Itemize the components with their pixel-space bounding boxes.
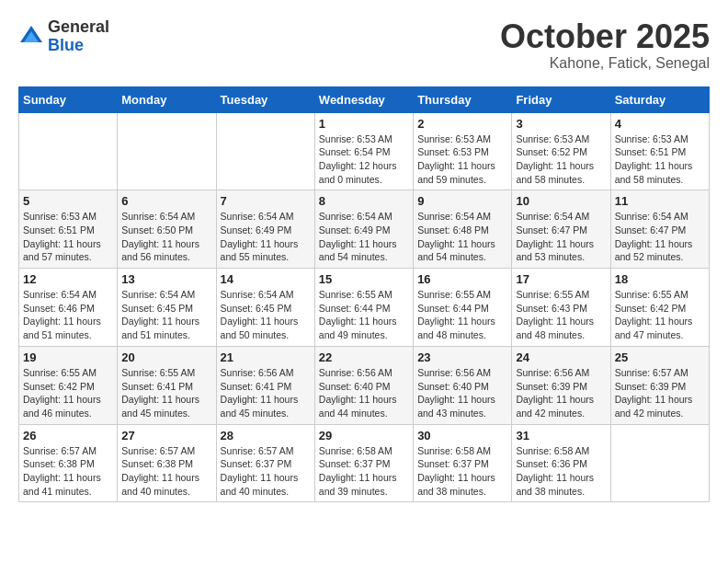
day-info-line: Sunset: 6:47 PM xyxy=(516,224,587,236)
day-info-line: Sunset: 6:40 PM xyxy=(319,381,391,392)
day-info: Sunrise: 6:54 AMSunset: 6:47 PMDaylight:… xyxy=(615,210,705,264)
day-number: 30 xyxy=(417,429,507,442)
calendar-header-row: SundayMondayTuesdayWednesdayThursdayFrid… xyxy=(19,86,710,112)
logo: General Blue xyxy=(18,18,109,55)
calendar-day-cell: 15Sunrise: 6:55 AMSunset: 6:44 PMDayligh… xyxy=(314,269,413,347)
day-number: 17 xyxy=(516,272,606,286)
calendar-day-cell: 23Sunrise: 6:56 AMSunset: 6:40 PMDayligh… xyxy=(414,346,512,424)
day-number: 8 xyxy=(319,194,409,208)
day-info-line: and 48 minutes. xyxy=(417,329,486,340)
day-info-line: Daylight: 11 hours xyxy=(319,472,397,483)
day-info: Sunrise: 6:54 AMSunset: 6:47 PMDaylight:… xyxy=(516,210,606,264)
day-number: 13 xyxy=(121,272,211,286)
day-info-line: Sunrise: 6:57 AM xyxy=(23,445,97,456)
day-info: Sunrise: 6:54 AMSunset: 6:49 PMDaylight:… xyxy=(319,210,409,264)
day-info-line: Daylight: 11 hours xyxy=(516,316,594,327)
day-of-week-header: Wednesday xyxy=(314,86,413,112)
day-info-line: Sunrise: 6:55 AM xyxy=(319,289,392,300)
day-number: 6 xyxy=(121,194,211,208)
day-number: 28 xyxy=(221,429,311,442)
day-of-week-header: Sunday xyxy=(19,86,118,112)
day-info-line: Daylight: 11 hours xyxy=(121,238,199,249)
day-info-line: Sunrise: 6:55 AM xyxy=(121,367,195,378)
logo-text: General Blue xyxy=(48,18,109,55)
day-info-line: Daylight: 11 hours xyxy=(121,472,199,483)
day-number: 29 xyxy=(319,429,409,442)
day-info-line: Daylight: 11 hours xyxy=(121,394,199,405)
day-info-line: Sunset: 6:45 PM xyxy=(221,303,292,314)
day-info-line: Sunset: 6:36 PM xyxy=(516,458,587,469)
day-info-line: and 0 minutes. xyxy=(319,174,382,185)
day-info: Sunrise: 6:54 AMSunset: 6:50 PMDaylight:… xyxy=(121,210,211,264)
day-info-line: Daylight: 11 hours xyxy=(417,160,495,171)
calendar-day-cell xyxy=(216,112,314,190)
day-info-line: Sunset: 6:37 PM xyxy=(319,458,391,469)
day-info-line: Sunset: 6:54 PM xyxy=(319,146,391,157)
calendar-day-cell xyxy=(610,424,709,502)
day-info-line: and 53 minutes. xyxy=(516,251,585,262)
day-info: Sunrise: 6:57 AMSunset: 6:38 PMDaylight:… xyxy=(23,444,113,499)
day-info-line: Sunrise: 6:53 AM xyxy=(615,133,688,144)
day-info-line: Sunrise: 6:57 AM xyxy=(121,445,195,456)
day-info-line: and 57 minutes. xyxy=(23,251,92,262)
day-info-line: Sunset: 6:38 PM xyxy=(121,458,193,469)
day-info-line: Sunrise: 6:54 AM xyxy=(319,211,392,222)
day-info-line: Daylight: 11 hours xyxy=(615,316,693,327)
day-info-line: Sunrise: 6:54 AM xyxy=(23,289,97,300)
day-info: Sunrise: 6:54 AMSunset: 6:45 PMDaylight:… xyxy=(221,288,311,342)
day-number: 19 xyxy=(23,350,113,364)
calendar-week-row: 5Sunrise: 6:53 AMSunset: 6:51 PMDaylight… xyxy=(19,190,710,269)
day-info-line: and 50 minutes. xyxy=(221,329,290,340)
day-info-line: Daylight: 11 hours xyxy=(221,472,299,483)
day-info-line: Sunrise: 6:53 AM xyxy=(23,211,97,222)
calendar-day-cell: 21Sunrise: 6:56 AMSunset: 6:41 PMDayligh… xyxy=(216,346,314,424)
calendar-day-cell: 5Sunrise: 6:53 AMSunset: 6:51 PMDaylight… xyxy=(19,190,118,269)
day-info-line: Sunrise: 6:55 AM xyxy=(615,289,688,300)
day-info: Sunrise: 6:54 AMSunset: 6:49 PMDaylight:… xyxy=(221,210,311,264)
day-info-line: Daylight: 12 hours xyxy=(319,160,397,171)
day-info-line: Sunrise: 6:54 AM xyxy=(516,211,589,222)
day-info-line: Daylight: 11 hours xyxy=(417,316,495,327)
day-info-line: Sunrise: 6:58 AM xyxy=(319,445,392,456)
day-info-line: Sunset: 6:51 PM xyxy=(23,224,95,236)
day-info: Sunrise: 6:56 AMSunset: 6:41 PMDaylight:… xyxy=(221,366,311,420)
day-number: 9 xyxy=(417,194,507,208)
day-info-line: Daylight: 11 hours xyxy=(23,316,101,327)
calendar-day-cell: 2Sunrise: 6:53 AMSunset: 6:53 PMDaylight… xyxy=(414,112,512,190)
day-info-line: Sunrise: 6:53 AM xyxy=(417,133,491,144)
day-info-line: Sunset: 6:37 PM xyxy=(221,458,292,469)
day-of-week-header: Monday xyxy=(118,86,216,112)
day-info-line: Daylight: 11 hours xyxy=(417,472,495,483)
day-info-line: Sunrise: 6:54 AM xyxy=(417,211,491,222)
day-info-line: Daylight: 11 hours xyxy=(221,316,299,327)
month-title: October 2025 xyxy=(500,18,710,55)
day-info: Sunrise: 6:55 AMSunset: 6:41 PMDaylight:… xyxy=(121,366,211,420)
day-info-line: Sunset: 6:43 PM xyxy=(516,303,587,314)
location-subtitle: Kahone, Fatick, Senegal xyxy=(500,55,710,72)
day-of-week-header: Saturday xyxy=(610,86,709,112)
day-of-week-header: Thursday xyxy=(414,86,512,112)
day-info: Sunrise: 6:56 AMSunset: 6:40 PMDaylight:… xyxy=(417,366,507,420)
day-info-line: Sunrise: 6:57 AM xyxy=(221,445,294,456)
day-info: Sunrise: 6:54 AMSunset: 6:45 PMDaylight:… xyxy=(121,288,211,342)
day-info: Sunrise: 6:58 AMSunset: 6:36 PMDaylight:… xyxy=(516,444,606,499)
day-info-line: Sunset: 6:42 PM xyxy=(23,381,95,392)
day-info-line: and 55 minutes. xyxy=(221,251,290,262)
day-info-line: Daylight: 11 hours xyxy=(23,394,101,405)
calendar-day-cell: 24Sunrise: 6:56 AMSunset: 6:39 PMDayligh… xyxy=(512,346,610,424)
day-info-line: and 54 minutes. xyxy=(319,251,388,262)
day-info-line: Sunrise: 6:56 AM xyxy=(516,367,589,378)
calendar-day-cell: 4Sunrise: 6:53 AMSunset: 6:51 PMDaylight… xyxy=(610,112,709,190)
day-info-line: and 58 minutes. xyxy=(516,174,585,185)
calendar-day-cell: 17Sunrise: 6:55 AMSunset: 6:43 PMDayligh… xyxy=(512,269,610,347)
day-info: Sunrise: 6:57 AMSunset: 6:38 PMDaylight:… xyxy=(121,444,211,499)
day-info-line: Daylight: 11 hours xyxy=(516,160,594,171)
day-info-line: Daylight: 11 hours xyxy=(615,160,693,171)
day-number: 16 xyxy=(417,272,507,286)
day-of-week-header: Friday xyxy=(512,86,610,112)
day-number: 5 xyxy=(23,194,113,208)
calendar-day-cell: 9Sunrise: 6:54 AMSunset: 6:48 PMDaylight… xyxy=(414,190,512,269)
day-info: Sunrise: 6:53 AMSunset: 6:54 PMDaylight:… xyxy=(319,132,409,187)
day-info: Sunrise: 6:58 AMSunset: 6:37 PMDaylight:… xyxy=(319,444,409,499)
calendar-week-row: 12Sunrise: 6:54 AMSunset: 6:46 PMDayligh… xyxy=(19,269,710,347)
